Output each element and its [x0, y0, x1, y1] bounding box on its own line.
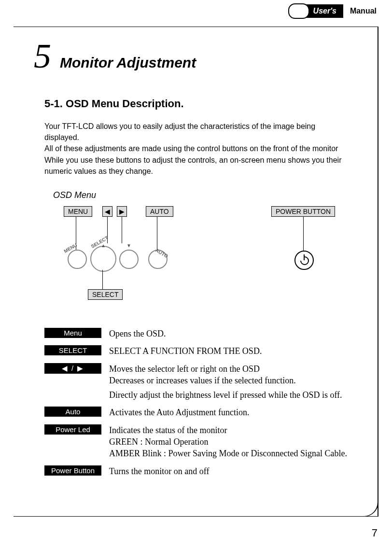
line-auto [157, 217, 157, 251]
line-right [122, 217, 122, 243]
definitions: Menu Opens the OSD. SELECT SELECT A FUNC… [44, 328, 365, 477]
def-row-menu: Menu Opens the OSD. [44, 328, 365, 339]
def-arrows-d2: Decreases or increases values if the sel… [109, 376, 296, 385]
def-label-auto: Auto [44, 407, 101, 417]
def-desc-select: SELECT A FUNCTION FROM THE OSD. [109, 345, 365, 357]
def-desc-powerbtn: Turns the monitor on and off [109, 465, 365, 477]
arrows-dial-icon [119, 250, 139, 269]
intro-p2: All of these adjustments are made using … [44, 144, 338, 153]
def-desc-menu: Opens the OSD. [109, 328, 365, 339]
tab-ring-icon [288, 3, 309, 19]
line-select [102, 270, 103, 289]
osd-diagram: MENU ◀ ▶ AUTO POWER BUTTON MENU SELECT A… [44, 202, 365, 309]
diagram-menu-box: MENU [64, 206, 92, 217]
def-desc-auto: Activates the Auto Adjustment function. [109, 407, 365, 418]
page-number: 7 [372, 527, 378, 539]
intro-p3: While you use these buttons to adjust th… [44, 156, 341, 175]
def-label-select: SELECT [44, 345, 101, 355]
diagram-select-box: SELECT [88, 289, 123, 300]
section-title: 5-1. OSD Menu Description. [44, 98, 365, 110]
diagram-title: OSD Menu [53, 190, 365, 200]
def-label-powerled: Power Led [44, 424, 101, 435]
def-arrows-d1: Moves the selector left or right on the … [109, 364, 260, 374]
def-powerled-d1: Indicates the status of the monitor [109, 425, 227, 435]
def-label-menu: Menu [44, 328, 101, 338]
def-row-arrows: ◀ / ▶ Moves the selector left or right o… [44, 363, 365, 401]
line-power [303, 217, 304, 253]
def-row-powerbtn: Power Button Turns the monitor on and of… [44, 465, 365, 477]
header-tab: User's Manual [288, 4, 383, 18]
def-powerled-d2: GREEN : Normal Operation [109, 437, 208, 447]
intro-p1: Your TFT-LCD allows you to easily adjust… [44, 122, 315, 141]
def-row-powerled: Power Led Indicates the status of the mo… [44, 424, 365, 460]
power-icon [294, 251, 314, 270]
select-dial-icon [90, 246, 116, 272]
def-row-select: SELECT SELECT A FUNCTION FROM THE OSD. [44, 345, 365, 357]
menu-dial-icon [68, 250, 87, 269]
intro-text: Your TFT-LCD allows you to easily adjust… [44, 121, 344, 177]
def-arrows-d3: Directly adjust the brightness level if … [109, 389, 365, 401]
def-desc-arrows: Moves the selector left or right on the … [109, 363, 365, 401]
def-powerled-d3: AMBER Blink : Power Saving Mode or Disco… [109, 449, 347, 458]
chapter-number: 5 [34, 39, 51, 73]
diagram-left-arrow-box: ◀ [102, 206, 112, 217]
def-desc-powerled: Indicates the status of the monitor GREE… [109, 424, 365, 460]
chapter-title: Monitor Adjustment [60, 55, 196, 71]
diagram-right-arrow-box: ▶ [117, 206, 127, 217]
down-triangle-icon: ▼ [126, 243, 131, 248]
diagram-auto-box: AUTO [146, 206, 173, 217]
up-triangle-icon: ▲ [101, 243, 106, 248]
header-users: User's [305, 4, 343, 18]
diagram-power-box: POWER BUTTON [271, 206, 335, 217]
def-row-auto: Auto Activates the Auto Adjustment funct… [44, 407, 365, 418]
def-label-powerbtn: Power Button [44, 465, 101, 476]
header-manual: Manual [343, 4, 383, 18]
chapter-heading: 5 Monitor Adjustment [34, 39, 365, 73]
def-label-arrows: ◀ / ▶ [44, 363, 101, 374]
